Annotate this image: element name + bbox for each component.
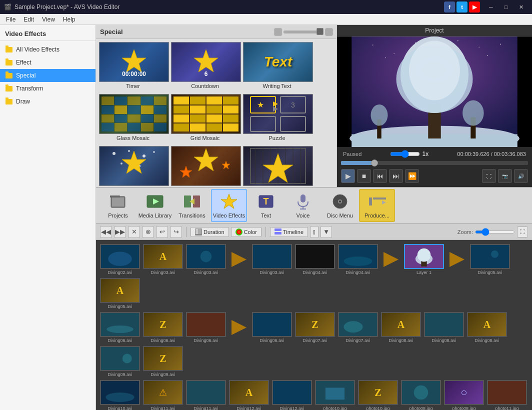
timeline-item-diving04-b[interactable]: Diving04.avi — [338, 244, 378, 275]
stop-button[interactable]: ■ — [357, 169, 371, 183]
maximize-button[interactable]: □ — [499, 2, 513, 12]
tl-diving06-ocean[interactable]: Diving06.avi — [252, 312, 292, 343]
menu-help[interactable]: Help — [59, 15, 80, 24]
sidebar-item-effect[interactable]: Effect — [0, 56, 96, 69]
tl-diving09[interactable]: Diving09.avi — [100, 346, 140, 377]
tl-diving11-warn[interactable]: ⚠ Diving11.avi — [143, 380, 183, 410]
timeline-item-diving05-a[interactable]: A Diving05.avi — [100, 278, 140, 309]
forward-button[interactable]: ⏩ — [405, 169, 419, 183]
facebook-icon[interactable]: f — [444, 2, 455, 12]
tl-photo10-z[interactable]: Z photo10.jpg — [358, 380, 398, 410]
progress-bar[interactable] — [341, 161, 528, 165]
tl-diving08[interactable]: Diving08.avi — [424, 312, 464, 343]
effect-countdown[interactable]: 6 Countdown — [170, 41, 240, 91]
effect-canvas[interactable]: Canvas — [242, 145, 312, 187]
sidebar-item-draw[interactable]: Draw — [0, 95, 96, 108]
minimize-button[interactable]: ─ — [484, 2, 498, 12]
effect-glass-mosaic[interactable]: Glass Mosaic — [98, 93, 168, 143]
snapshot-button[interactable]: 📷 — [498, 169, 512, 183]
tool-media-library[interactable]: Media Library — [137, 189, 173, 222]
tl-back-button[interactable]: ◀◀ — [100, 226, 112, 238]
prev-frame-button[interactable]: ⏮ — [373, 169, 387, 183]
timeline-item-diving02[interactable]: Diving02.avi — [100, 244, 140, 275]
tl-photo10[interactable]: photo10.jpg — [315, 380, 355, 410]
effect-particles[interactable]: Particles — [170, 145, 240, 187]
volume-button[interactable]: 🔊 — [514, 169, 528, 183]
tool-text[interactable]: T Text — [248, 189, 284, 222]
zoom-slider[interactable] — [475, 230, 515, 234]
tl-photo08-o[interactable]: ○ photo08.jpg — [444, 380, 484, 410]
timeline-item-diving03-c[interactable]: Diving03.avi — [252, 244, 292, 275]
tl-diving10[interactable]: Diving10.avi — [100, 380, 140, 410]
tool-projects[interactable]: Projects — [100, 189, 136, 222]
svg-point-108 — [414, 386, 428, 400]
tl-photo11[interactable]: photo11.jpg — [487, 380, 527, 410]
fit-to-window-button[interactable]: ⛶ — [517, 226, 528, 238]
timeline-item-diving03-a[interactable]: A Diving03.avi — [143, 244, 183, 275]
tool-video-effects[interactable]: Video Effects — [211, 189, 247, 222]
tool-produce[interactable]: Produce... — [359, 189, 395, 222]
svg-point-11 — [128, 150, 130, 152]
color-button[interactable]: Color — [231, 227, 262, 237]
tool-voice[interactable]: Voice — [285, 189, 321, 222]
waveform-button[interactable]: ⫿ — [310, 226, 318, 238]
twitter-icon[interactable]: t — [456, 2, 468, 12]
svg-rect-51 — [110, 196, 120, 198]
fullscreen-button[interactable]: ⛶ — [482, 169, 496, 183]
timeline-item-diving04-dark[interactable]: Diving04.avi — [295, 244, 335, 275]
tl-diving09-z[interactable]: Z Diving09.avi — [143, 346, 183, 377]
transition-arrow-1[interactable] — [229, 247, 249, 272]
thumb-diving12 — [272, 380, 312, 405]
tl-diving06-teal[interactable]: Diving06.avi — [100, 312, 140, 343]
tl-undo-button[interactable]: ↩ — [156, 226, 168, 238]
tool-transitions-label: Transitions — [178, 212, 205, 218]
effect-grid-mosaic[interactable]: Grid Mosaic — [170, 93, 240, 143]
transition-arrow-4[interactable] — [229, 315, 249, 340]
svg-marker-17 — [194, 148, 218, 171]
timeline-item-diving03-b[interactable]: Diving03.avi — [186, 244, 226, 275]
timeline-item-layer1[interactable]: Layer 1 — [404, 244, 444, 275]
play-button[interactable]: ▶ — [341, 169, 355, 183]
sidebar-item-all[interactable]: All Video Effects — [0, 43, 96, 56]
size-slider[interactable] — [284, 30, 324, 34]
tl-photo08[interactable]: photo08.jpg — [401, 380, 441, 410]
close-button[interactable]: ✕ — [514, 2, 528, 12]
transition-arrow-2[interactable] — [381, 247, 401, 272]
text-tool-icon: T — [257, 192, 275, 210]
duration-button[interactable]: Duration — [190, 227, 229, 237]
tool-transitions[interactable]: Transitions — [174, 189, 210, 222]
tl-delete-alt-button[interactable]: ⊗ — [142, 226, 154, 238]
tl-diving11[interactable]: Diving11.avi — [186, 380, 226, 410]
timeline-item-diving05[interactable]: Diving05.avi — [470, 244, 510, 275]
timeline-view-button[interactable]: Timeline — [270, 227, 308, 237]
tl-forward-button[interactable]: ▶▶ — [114, 226, 126, 238]
tl-diving12[interactable]: Diving12.avi — [272, 380, 312, 410]
tl-diving06-z[interactable]: Z Diving06.avi — [143, 312, 183, 343]
menu-view[interactable]: View — [38, 15, 59, 24]
tl-diving06-coral[interactable]: Diving06.avi — [186, 312, 226, 343]
tl-diving12-a[interactable]: A Diving12.avi — [229, 380, 269, 410]
speed-slider[interactable] — [390, 150, 420, 158]
effect-snow[interactable]: Snow — [98, 145, 168, 187]
transition-arrow-3[interactable] — [447, 247, 467, 272]
tl-diving07[interactable]: Diving07.avi — [338, 312, 378, 343]
tl-delete-button[interactable]: ✕ — [128, 226, 140, 238]
effect-timer[interactable]: 00:00:00 Timer — [98, 41, 168, 91]
tl-diving08-a[interactable]: A Diving08.avi — [381, 312, 421, 343]
menu-edit[interactable]: Edit — [20, 15, 38, 24]
sidebar-item-transform[interactable]: Transform — [0, 82, 96, 95]
tl-redo-button[interactable]: ↪ — [170, 226, 182, 238]
youtube-icon[interactable]: ▶ — [469, 2, 480, 12]
menu-file[interactable]: File — [2, 15, 20, 24]
effect-puzzle[interactable]: ★ 3 Puzzle — [242, 93, 312, 143]
track-options-button[interactable]: ▼ — [320, 226, 332, 238]
thumb-diving08-a: A — [381, 312, 421, 337]
thumb-diving03-b — [186, 244, 226, 269]
effect-writing[interactable]: Text Writing Text — [242, 41, 312, 91]
next-frame-button[interactable]: ⏭ — [389, 169, 403, 183]
tool-projects-label: Projects — [108, 212, 128, 218]
sidebar-item-special[interactable]: Special — [0, 69, 96, 82]
tl-diving07-z[interactable]: Z Diving07.avi — [295, 312, 335, 343]
tl-diving08-a2[interactable]: A Diving08.avi — [467, 312, 507, 343]
tool-disc-menu[interactable]: Disc Menu — [322, 189, 358, 222]
